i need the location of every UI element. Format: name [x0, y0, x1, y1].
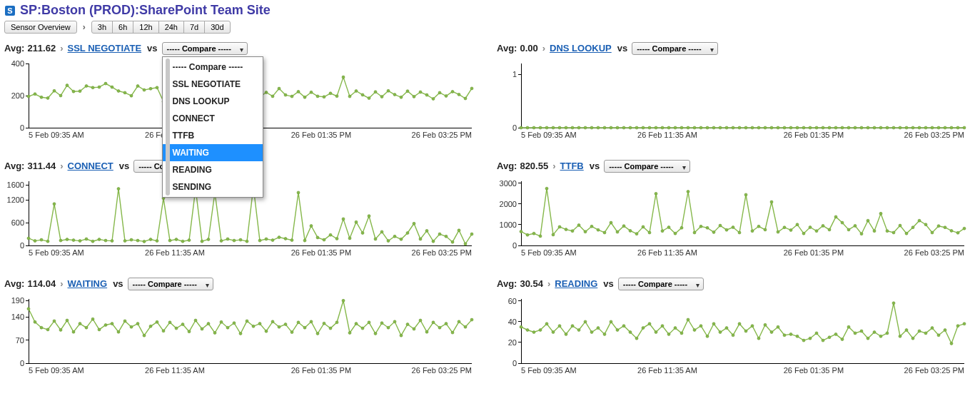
metric-link[interactable]: TTFB: [560, 158, 584, 174]
data-point: [937, 334, 940, 337]
range-7d-button[interactable]: 7d: [183, 21, 205, 34]
data-point: [239, 238, 242, 241]
compare-select[interactable]: ----- Compare -----: [632, 42, 717, 55]
data-point: [226, 238, 229, 240]
range-12h-button[interactable]: 12h: [133, 21, 158, 34]
y-tick-label: 0: [20, 123, 24, 132]
data-point: [201, 328, 203, 330]
data-point: [860, 233, 863, 235]
data-point: [348, 332, 351, 335]
compare-option[interactable]: SSL NEGOTIATE: [163, 76, 263, 93]
data-point: [374, 333, 377, 335]
data-point: [886, 126, 889, 129]
data-point: [802, 339, 805, 342]
data-point: [271, 239, 274, 242]
data-point: [892, 126, 895, 129]
metric-link[interactable]: WAITING: [68, 276, 108, 292]
data-point: [380, 322, 383, 325]
data-point: [470, 87, 473, 90]
metric-link[interactable]: CONNECT: [68, 158, 113, 174]
compare-select-wrap: ----- Compare ---------- Compare -----SS…: [162, 41, 248, 56]
data-point: [368, 321, 370, 324]
data-point: [815, 126, 818, 129]
data-point: [181, 323, 184, 326]
data-point: [770, 331, 773, 334]
data-point: [963, 126, 966, 129]
panel-head: Avg: 211.62›SSL NEGOTIATEvs----- Compare…: [4, 41, 483, 56]
range-24h-button[interactable]: 24h: [158, 21, 184, 34]
data-point: [802, 232, 805, 235]
data-point: [380, 96, 383, 98]
metric-link[interactable]: DNS LOOKUP: [550, 41, 612, 56]
data-point: [258, 323, 261, 325]
y-tick-label: 0: [512, 241, 517, 250]
compare-option[interactable]: WAITING: [163, 144, 263, 161]
range-6h-button[interactable]: 6h: [112, 21, 133, 34]
data-point: [931, 126, 934, 129]
data-point: [252, 325, 255, 328]
data-point: [111, 323, 113, 325]
data-point: [59, 94, 62, 97]
compare-select[interactable]: ----- Compare -----: [618, 278, 704, 290]
data-point: [950, 342, 953, 345]
data-point: [680, 226, 683, 229]
compare-option[interactable]: TTFB: [163, 127, 263, 144]
data-point: [828, 228, 831, 231]
x-tick-label: 26 Feb 01:35 PM: [291, 248, 351, 257]
compare-option[interactable]: READING: [163, 161, 263, 178]
data-point: [590, 225, 593, 228]
data-point: [886, 332, 889, 335]
data-point: [873, 126, 876, 129]
data-point: [545, 126, 548, 129]
data-point: [207, 238, 210, 241]
data-point: [72, 330, 75, 333]
data-point: [764, 228, 767, 231]
data-point: [706, 226, 709, 229]
data-point: [123, 240, 126, 243]
data-point: [693, 329, 696, 332]
compare-option[interactable]: CONNECT: [163, 110, 263, 127]
data-point: [770, 200, 773, 203]
y-tick-label: 1200: [7, 196, 24, 204]
separator: ›: [59, 41, 64, 56]
x-tick-label: 5 Feb 09:35 AM: [521, 248, 577, 257]
data-point: [622, 225, 625, 228]
compare-option[interactable]: DNS LOOKUP: [163, 93, 263, 110]
compare-dropdown[interactable]: ----- Compare -----SSL NEGOTIATEDNS LOOK…: [162, 56, 263, 198]
data-point: [616, 329, 619, 332]
data-point: [156, 320, 158, 323]
data-point: [323, 96, 325, 98]
series-line: [29, 300, 472, 335]
data-point: [520, 325, 522, 328]
data-point: [393, 235, 396, 238]
data-point: [303, 326, 306, 329]
data-point: [905, 126, 908, 129]
data-point: [361, 327, 364, 330]
compare-select[interactable]: ----- Compare -----: [604, 160, 689, 173]
data-point: [539, 126, 542, 129]
data-point: [104, 324, 107, 327]
y-tick-label: 1: [512, 70, 517, 78]
charts-grid: Avg: 211.62›SSL NEGOTIATEvs----- Compare…: [4, 41, 975, 384]
vs-label: vs: [116, 158, 131, 174]
compare-select[interactable]: ----- Compare -----: [128, 278, 213, 290]
chart-panel-reading: Avg: 30.54›READINGvs----- Compare -----0…: [497, 276, 975, 384]
data-point: [616, 230, 619, 233]
range-30d-button[interactable]: 30d: [204, 21, 230, 34]
compare-option[interactable]: SENDING: [163, 178, 263, 196]
data-point: [233, 239, 236, 242]
data-point: [40, 326, 43, 329]
data-point: [667, 333, 670, 335]
compare-option[interactable]: ----- Compare -----: [163, 59, 263, 76]
metric-link[interactable]: READING: [555, 276, 597, 292]
data-point: [532, 126, 535, 129]
data-point: [834, 333, 837, 335]
avg-value: 0.00: [520, 41, 537, 56]
data-point: [355, 323, 358, 325]
sensor-overview-button[interactable]: Sensor Overview: [4, 21, 77, 34]
compare-select[interactable]: ----- Compare -----: [162, 42, 248, 55]
range-3h-button[interactable]: 3h: [91, 21, 113, 34]
metric-link[interactable]: SSL NEGOTIATE: [68, 41, 142, 56]
data-point: [841, 338, 844, 341]
scrollbar[interactable]: [166, 59, 170, 196]
